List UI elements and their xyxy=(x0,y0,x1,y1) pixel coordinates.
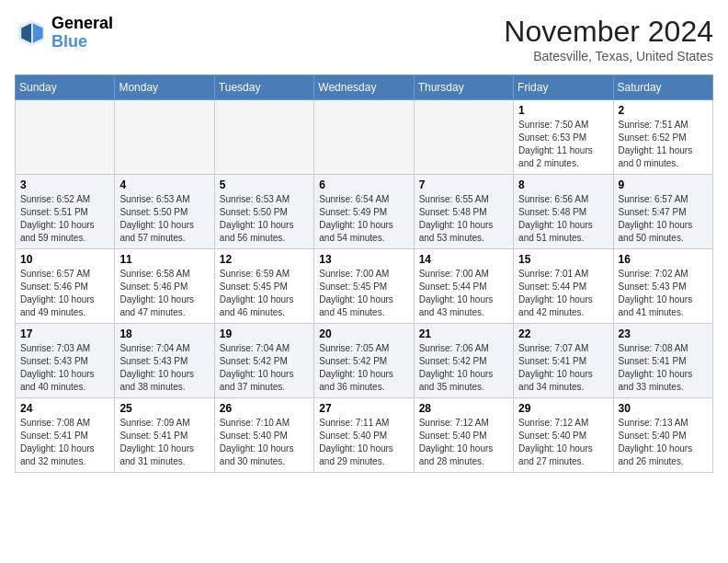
day-number: 21 xyxy=(419,327,508,340)
location: Batesville, Texas, United States xyxy=(504,49,713,63)
day-number: 13 xyxy=(319,253,408,266)
calendar-cell: 17Sunrise: 7:03 AM Sunset: 5:43 PM Dayli… xyxy=(16,324,115,398)
logo-icon xyxy=(15,17,48,50)
day-info: Sunrise: 7:51 AM Sunset: 6:52 PM Dayligh… xyxy=(619,119,708,170)
day-number: 7 xyxy=(419,178,508,191)
calendar-cell: 23Sunrise: 7:08 AM Sunset: 5:41 PM Dayli… xyxy=(613,324,712,398)
day-info: Sunrise: 6:54 AM Sunset: 5:49 PM Dayligh… xyxy=(319,193,408,245)
calendar-table: SundayMondayTuesdayWednesdayThursdayFrid… xyxy=(15,75,713,473)
day-info: Sunrise: 6:53 AM Sunset: 5:50 PM Dayligh… xyxy=(119,193,209,245)
day-number: 5 xyxy=(220,178,309,191)
day-info: Sunrise: 6:55 AM Sunset: 5:48 PM Dayligh… xyxy=(419,193,508,245)
day-info: Sunrise: 7:02 AM Sunset: 5:43 PM Dayligh… xyxy=(619,268,708,319)
day-info: Sunrise: 7:00 AM Sunset: 5:44 PM Dayligh… xyxy=(419,268,508,319)
day-info: Sunrise: 7:10 AM Sunset: 5:40 PM Dayligh… xyxy=(220,417,309,468)
day-info: Sunrise: 7:50 AM Sunset: 6:53 PM Dayligh… xyxy=(518,119,608,170)
calendar-cell: 2Sunrise: 7:51 AM Sunset: 6:52 PM Daylig… xyxy=(613,100,712,175)
calendar-cell: 3Sunrise: 6:52 AM Sunset: 5:51 PM Daylig… xyxy=(16,175,115,249)
calendar-cell: 7Sunrise: 6:55 AM Sunset: 5:48 PM Daylig… xyxy=(414,175,513,249)
day-number: 17 xyxy=(20,327,109,340)
day-info: Sunrise: 7:00 AM Sunset: 5:45 PM Dayligh… xyxy=(319,268,408,319)
day-info: Sunrise: 7:11 AM Sunset: 5:40 PM Dayligh… xyxy=(319,417,408,468)
day-info: Sunrise: 7:07 AM Sunset: 5:41 PM Dayligh… xyxy=(518,342,608,394)
day-info: Sunrise: 6:56 AM Sunset: 5:48 PM Dayligh… xyxy=(518,193,608,245)
calendar-cell: 25Sunrise: 7:09 AM Sunset: 5:41 PM Dayli… xyxy=(115,398,214,473)
calendar-cell xyxy=(16,100,115,175)
calendar-cell: 14Sunrise: 7:00 AM Sunset: 5:44 PM Dayli… xyxy=(414,249,513,324)
day-info: Sunrise: 6:57 AM Sunset: 5:46 PM Dayligh… xyxy=(20,268,109,319)
calendar-cell: 21Sunrise: 7:06 AM Sunset: 5:42 PM Dayli… xyxy=(414,324,513,398)
calendar-cell: 4Sunrise: 6:53 AM Sunset: 5:50 PM Daylig… xyxy=(115,175,214,249)
day-number: 11 xyxy=(119,253,209,266)
day-number: 14 xyxy=(419,253,508,266)
day-number: 6 xyxy=(319,178,408,191)
day-number: 27 xyxy=(319,402,408,415)
day-number: 25 xyxy=(119,402,209,415)
logo: General Blue xyxy=(15,15,113,52)
day-info: Sunrise: 6:52 AM Sunset: 5:51 PM Dayligh… xyxy=(20,193,109,245)
calendar-cell: 15Sunrise: 7:01 AM Sunset: 5:44 PM Dayli… xyxy=(514,249,613,324)
day-number: 1 xyxy=(518,104,608,117)
calendar-cell: 24Sunrise: 7:08 AM Sunset: 5:41 PM Dayli… xyxy=(16,398,115,473)
day-number: 4 xyxy=(119,178,209,191)
title-block: November 2024 Batesville, Texas, United … xyxy=(504,15,713,63)
calendar-cell: 9Sunrise: 6:57 AM Sunset: 5:47 PM Daylig… xyxy=(613,175,712,249)
calendar-cell: 28Sunrise: 7:12 AM Sunset: 5:40 PM Dayli… xyxy=(414,398,513,473)
day-number: 9 xyxy=(619,178,708,191)
calendar-cell: 27Sunrise: 7:11 AM Sunset: 5:40 PM Dayli… xyxy=(314,398,414,473)
day-info: Sunrise: 6:59 AM Sunset: 5:45 PM Dayligh… xyxy=(220,268,309,319)
day-info: Sunrise: 7:08 AM Sunset: 5:41 PM Dayligh… xyxy=(619,342,708,394)
calendar-cell xyxy=(214,100,313,175)
calendar-cell: 11Sunrise: 6:58 AM Sunset: 5:46 PM Dayli… xyxy=(115,249,214,324)
calendar-cell: 20Sunrise: 7:05 AM Sunset: 5:42 PM Dayli… xyxy=(314,324,414,398)
day-info: Sunrise: 6:58 AM Sunset: 5:46 PM Dayligh… xyxy=(119,268,209,319)
week-row-2: 3Sunrise: 6:52 AM Sunset: 5:51 PM Daylig… xyxy=(16,175,713,249)
calendar-cell: 16Sunrise: 7:02 AM Sunset: 5:43 PM Dayli… xyxy=(613,249,712,324)
logo-text: General Blue xyxy=(51,15,113,52)
calendar-cell: 30Sunrise: 7:13 AM Sunset: 5:40 PM Dayli… xyxy=(613,398,712,473)
week-row-4: 17Sunrise: 7:03 AM Sunset: 5:43 PM Dayli… xyxy=(16,324,713,398)
month-title: November 2024 xyxy=(504,15,713,49)
calendar-cell: 12Sunrise: 6:59 AM Sunset: 5:45 PM Dayli… xyxy=(214,249,313,324)
day-number: 29 xyxy=(518,402,608,415)
day-number: 12 xyxy=(220,253,309,266)
weekday-header-tuesday: Tuesday xyxy=(214,75,313,100)
day-info: Sunrise: 7:01 AM Sunset: 5:44 PM Dayligh… xyxy=(518,268,608,319)
week-row-1: 1Sunrise: 7:50 AM Sunset: 6:53 PM Daylig… xyxy=(16,100,713,175)
calendar-cell: 5Sunrise: 6:53 AM Sunset: 5:50 PM Daylig… xyxy=(214,175,313,249)
day-number: 3 xyxy=(20,178,109,191)
calendar-cell: 8Sunrise: 6:56 AM Sunset: 5:48 PM Daylig… xyxy=(514,175,613,249)
day-number: 20 xyxy=(319,327,408,340)
calendar-cell: 22Sunrise: 7:07 AM Sunset: 5:41 PM Dayli… xyxy=(514,324,613,398)
day-number: 30 xyxy=(619,402,708,415)
calendar-cell: 1Sunrise: 7:50 AM Sunset: 6:53 PM Daylig… xyxy=(514,100,613,175)
day-number: 2 xyxy=(619,104,708,117)
day-info: Sunrise: 6:53 AM Sunset: 5:50 PM Dayligh… xyxy=(220,193,309,245)
day-info: Sunrise: 7:09 AM Sunset: 5:41 PM Dayligh… xyxy=(119,417,209,468)
day-number: 22 xyxy=(518,327,608,340)
day-number: 23 xyxy=(619,327,708,340)
day-number: 26 xyxy=(220,402,309,415)
day-number: 24 xyxy=(20,402,109,415)
calendar-cell: 19Sunrise: 7:04 AM Sunset: 5:42 PM Dayli… xyxy=(214,324,313,398)
weekday-header-monday: Monday xyxy=(115,75,214,100)
day-info: Sunrise: 7:04 AM Sunset: 5:42 PM Dayligh… xyxy=(220,342,309,394)
day-info: Sunrise: 7:12 AM Sunset: 5:40 PM Dayligh… xyxy=(419,417,508,468)
calendar-cell: 29Sunrise: 7:12 AM Sunset: 5:40 PM Dayli… xyxy=(514,398,613,473)
day-number: 10 xyxy=(20,253,109,266)
calendar-cell xyxy=(115,100,214,175)
day-info: Sunrise: 7:08 AM Sunset: 5:41 PM Dayligh… xyxy=(20,417,109,468)
day-info: Sunrise: 7:12 AM Sunset: 5:40 PM Dayligh… xyxy=(518,417,608,468)
day-number: 16 xyxy=(619,253,708,266)
page-header: General Blue November 2024 Batesville, T… xyxy=(15,15,713,63)
weekday-header-row: SundayMondayTuesdayWednesdayThursdayFrid… xyxy=(16,75,713,100)
day-number: 15 xyxy=(518,253,608,266)
day-info: Sunrise: 7:03 AM Sunset: 5:43 PM Dayligh… xyxy=(20,342,109,394)
weekday-header-sunday: Sunday xyxy=(16,75,115,100)
calendar-cell: 10Sunrise: 6:57 AM Sunset: 5:46 PM Dayli… xyxy=(16,249,115,324)
week-row-3: 10Sunrise: 6:57 AM Sunset: 5:46 PM Dayli… xyxy=(16,249,713,324)
day-number: 8 xyxy=(518,178,608,191)
calendar-cell: 26Sunrise: 7:10 AM Sunset: 5:40 PM Dayli… xyxy=(214,398,313,473)
day-number: 19 xyxy=(220,327,309,340)
calendar-cell: 13Sunrise: 7:00 AM Sunset: 5:45 PM Dayli… xyxy=(314,249,414,324)
